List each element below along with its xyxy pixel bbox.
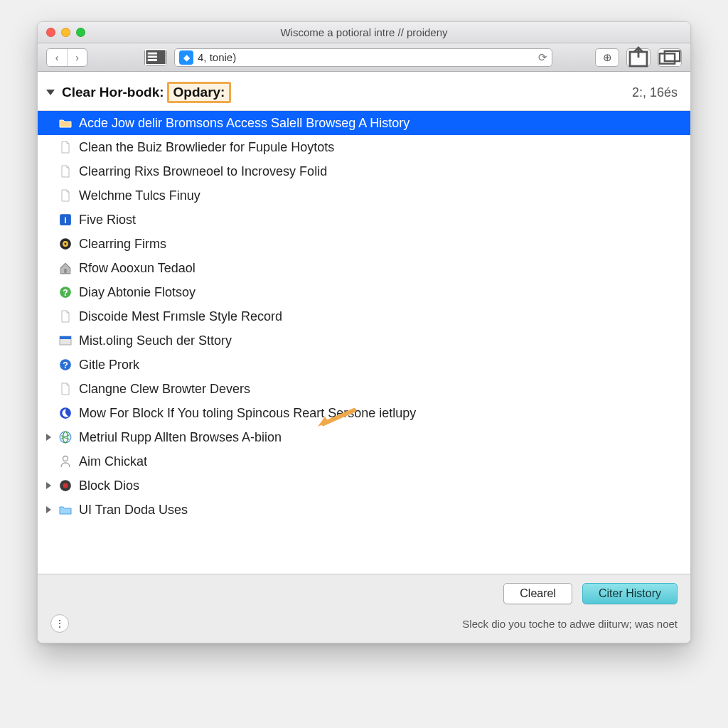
list-item[interactable]: Mist.oling Seuch der Sttory xyxy=(38,328,690,353)
list-item-label: Block Dios xyxy=(79,478,139,493)
svg-text:?: ? xyxy=(63,360,68,370)
list-item-label: Diay Abtonie Flotsoy xyxy=(79,285,196,300)
page-icon xyxy=(59,165,72,178)
svg-rect-12 xyxy=(64,269,66,273)
footer: Clearel Citer History ⋮ Sleck dio you to… xyxy=(38,574,690,643)
list-item[interactable]: Metriul Rupp Allten Browses A-biion xyxy=(38,425,690,449)
list-item-label: Aim Chickat xyxy=(79,454,147,469)
nav-buttons: ‹ › xyxy=(46,48,87,67)
list-item[interactable]: Discoide Mest Frımsle Style Record xyxy=(38,304,690,328)
list-item-label: Clearring Firms xyxy=(79,237,166,252)
reader-button[interactable]: ⊕ xyxy=(595,48,619,67)
share-button[interactable] xyxy=(626,48,651,67)
list-item[interactable]: Clean the Buiz Browlieder for Fupule Hoy… xyxy=(38,135,690,159)
list-item-label: Clangne Clew Browter Devers xyxy=(79,382,250,397)
list-item-label: Five Riost xyxy=(79,213,136,228)
home-gray-icon xyxy=(59,262,72,274)
globe-green-icon xyxy=(59,431,72,444)
person-gray-icon xyxy=(59,455,72,468)
record-red-icon xyxy=(59,479,72,492)
list-item[interactable]: UI Tran Doda Uses xyxy=(38,498,690,522)
list-item-label: Rfow Aooxun Tedaol xyxy=(79,261,196,276)
list-item[interactable]: Welchme Tulcs Finuy xyxy=(38,183,690,208)
moon-blue-icon xyxy=(59,407,72,419)
info-blue-icon: i xyxy=(59,213,72,226)
titlebar: Wiscome a potioral intre // proideny xyxy=(38,22,690,43)
expand-triangle-icon[interactable] xyxy=(46,482,51,489)
list-item[interactable]: Acde Jow delir Bromsons Access Salell Br… xyxy=(38,111,690,135)
list-item-label: Metriul Rupp Allten Browses A-biion xyxy=(79,430,282,445)
svg-point-20 xyxy=(60,432,71,443)
list-item-label: UI Tran Doda Uses xyxy=(79,503,188,518)
list-item[interactable]: ?Gitle Prork xyxy=(38,353,690,377)
confirm-history-button[interactable]: Citer History xyxy=(582,583,678,604)
reload-icon[interactable]: ⟳ xyxy=(538,51,547,64)
list-item-label: Welchme Tulcs Finuy xyxy=(79,188,200,203)
folder-blue-icon xyxy=(59,503,72,516)
svg-point-11 xyxy=(65,243,67,245)
browser-window: Wiscome a potioral intre // proideny ‹ ›… xyxy=(37,21,691,643)
list-item[interactable]: Rfow Aooxun Tedaol xyxy=(38,256,690,280)
list-item-label: Clean the Buiz Browlieder for Fupule Hoy… xyxy=(79,140,334,155)
sidebar-toggle-button[interactable] xyxy=(144,49,167,66)
svg-text:?: ? xyxy=(63,288,68,298)
address-bar[interactable]: ◆ 4, tonie) ⟳ xyxy=(174,48,552,67)
disclosure-triangle-icon[interactable] xyxy=(46,90,55,95)
list-item[interactable]: ?Diay Abtonie Flotsoy xyxy=(38,280,690,304)
list-item-label: Mist.oling Seuch der Sttory xyxy=(79,333,232,348)
page-icon xyxy=(59,310,72,323)
section-subtitle-highlight: Opdary: xyxy=(167,82,232,103)
svg-rect-3 xyxy=(148,59,157,61)
window-title: Wiscome a potioral intre // proideny xyxy=(38,26,690,38)
list-item[interactable]: Clangne Clew Browter Devers xyxy=(38,377,690,401)
list-item-label: Discoide Mest Frımsle Style Record xyxy=(79,309,282,324)
list-item-label: Clearring Rixs Browneoel to Incrovesy Fo… xyxy=(79,164,327,179)
back-button[interactable]: ‹ xyxy=(47,49,67,66)
record-gold-icon xyxy=(59,237,72,250)
page-icon xyxy=(59,382,72,395)
list-item-label: Mow For Block If You toling Spincous Rea… xyxy=(79,406,416,421)
section-header[interactable]: Clear Hor-bodk: Opdary: 2:, 16és xyxy=(38,72,690,110)
svg-rect-6 xyxy=(665,51,680,61)
list-item[interactable]: Clearring Rixs Browneoel to Incrovesy Fo… xyxy=(38,159,690,183)
toolbar: ‹ › ◆ 4, tonie) ⟳ ⊕ xyxy=(38,43,690,72)
help-green-icon: ? xyxy=(59,286,72,299)
list-item[interactable]: Aim Chickat xyxy=(38,449,690,473)
section-timestamp: 2:, 16és xyxy=(632,85,678,100)
svg-point-22 xyxy=(63,456,68,461)
expand-triangle-icon[interactable] xyxy=(46,506,51,513)
tabs-button[interactable] xyxy=(658,48,682,67)
list-item-label: Acde Jow delir Bromsons Access Salell Br… xyxy=(79,116,410,131)
site-shield-icon: ◆ xyxy=(179,50,193,65)
svg-point-24 xyxy=(63,483,68,488)
more-options-button[interactable]: ⋮ xyxy=(50,614,69,633)
address-text: 4, tonie) xyxy=(198,51,538,63)
folder-orange-icon xyxy=(59,117,72,129)
page-icon xyxy=(59,141,72,154)
svg-rect-16 xyxy=(60,336,71,339)
clear-button[interactable]: Clearel xyxy=(503,583,572,604)
forward-button[interactable]: › xyxy=(67,49,87,66)
list-item[interactable]: Mow For Block If You toling Spincous Rea… xyxy=(38,401,690,425)
history-list[interactable]: Acde Jow delir Bromsons Access Salell Br… xyxy=(38,111,690,574)
bar-blue-icon xyxy=(59,334,72,347)
svg-rect-2 xyxy=(148,56,157,58)
svg-rect-1 xyxy=(148,53,157,55)
page-gray-icon xyxy=(59,189,72,202)
list-item-label: Gitle Prork xyxy=(79,358,139,373)
svg-text:i: i xyxy=(64,215,66,225)
svg-rect-5 xyxy=(660,53,675,63)
list-item[interactable]: iFive Riost xyxy=(38,208,690,232)
help-blue-icon: ? xyxy=(59,358,72,371)
history-list-container: Acde Jow delir Bromsons Access Salell Br… xyxy=(38,110,690,574)
status-text: Sleck dio you toche to adwe diiturw; was… xyxy=(462,618,678,630)
list-item[interactable]: Block Dios xyxy=(38,473,690,498)
list-item[interactable]: Clearring Firms xyxy=(38,232,690,256)
expand-triangle-icon[interactable] xyxy=(46,434,51,441)
section-title: Clear Hor-bodk: xyxy=(62,85,164,100)
content-pane: Clear Hor-bodk: Opdary: 2:, 16és Acde Jo… xyxy=(38,72,690,643)
